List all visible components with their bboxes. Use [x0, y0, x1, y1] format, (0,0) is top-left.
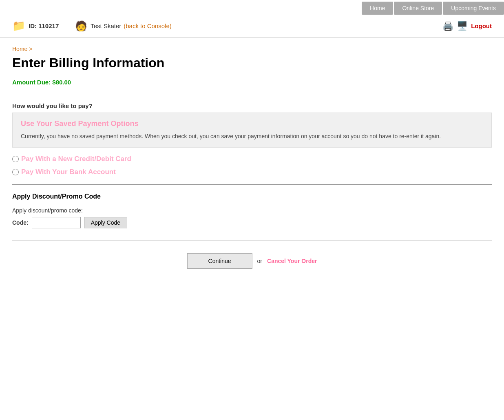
amount-due-label: Amount Due: [12, 79, 51, 86]
logout-link[interactable]: Logout [471, 22, 492, 29]
saved-payment-title: Use Your Saved Payment Options [21, 119, 483, 128]
bottom-actions: Continue or Cancel Your Order [12, 253, 492, 269]
id-prefix: ID: [29, 22, 37, 29]
breadcrumb-home[interactable]: Home > [12, 46, 32, 52]
nav-home[interactable]: Home [362, 2, 393, 15]
header-bar: 📁 ID: 110217 🧑 Test Skater (back to Cons… [0, 15, 504, 38]
code-input[interactable] [32, 217, 81, 228]
or-text: or [257, 258, 262, 264]
code-label: Code: [12, 219, 29, 226]
divider-bottom [12, 241, 492, 241]
id-value: 110217 [38, 22, 59, 29]
user-icon: 🧑 [75, 20, 87, 32]
user-name: Test Skater [91, 22, 121, 29]
pay-bank-label: Pay With Your Bank Account [21, 168, 116, 176]
main-content: Home > Enter Billing Information Amount … [0, 38, 504, 277]
back-to-console-link[interactable]: (back to Console) [124, 22, 172, 29]
amount-due-value: $80.00 [52, 79, 71, 86]
header-actions: 🖨️ 🖥️ Logout [442, 21, 492, 31]
pay-bank-option[interactable]: Pay With Your Bank Account [12, 168, 492, 176]
header-id: 📁 ID: 110217 [12, 20, 59, 32]
promo-apply-label: Apply discount/promo code: [12, 207, 492, 214]
divider-promo [12, 202, 492, 202]
promo-section-title: Apply Discount/Promo Code [12, 193, 492, 200]
breadcrumb: Home > [12, 46, 492, 52]
pay-question: How would you like to pay? [12, 102, 492, 109]
monitor-icon[interactable]: 🖥️ [457, 21, 468, 31]
divider-top [12, 94, 492, 94]
cancel-order-link[interactable]: Cancel Your Order [267, 258, 317, 264]
nav-store[interactable]: Online Store [394, 2, 442, 15]
top-nav: Home Online Store Upcoming Events [361, 2, 504, 15]
pay-new-card-label: Pay With a New Credit/Debit Card [21, 155, 131, 163]
amount-due: Amount Due: $80.00 [12, 79, 492, 86]
code-row: Code: Apply Code [12, 217, 492, 228]
header-user: 🧑 Test Skater (back to Console) [75, 20, 442, 32]
promo-section: Apply Discount/Promo Code Apply discount… [12, 193, 492, 228]
divider-middle [12, 184, 492, 185]
top-nav-wrapper: Home Online Store Upcoming Events [0, 0, 504, 15]
continue-button[interactable]: Continue [187, 253, 252, 269]
pay-new-card-radio[interactable] [12, 156, 19, 162]
nav-events[interactable]: Upcoming Events [443, 2, 504, 15]
apply-code-button[interactable]: Apply Code [84, 217, 127, 228]
saved-payment-box: Use Your Saved Payment Options Currently… [12, 113, 492, 148]
saved-payment-description: Currently, you have no saved payment met… [21, 132, 483, 141]
print-icon[interactable]: 🖨️ [442, 21, 453, 31]
folder-icon: 📁 [12, 20, 25, 32]
pay-new-card-option[interactable]: Pay With a New Credit/Debit Card [12, 155, 492, 163]
page-title: Enter Billing Information [12, 55, 492, 71]
pay-bank-radio[interactable] [12, 169, 19, 175]
